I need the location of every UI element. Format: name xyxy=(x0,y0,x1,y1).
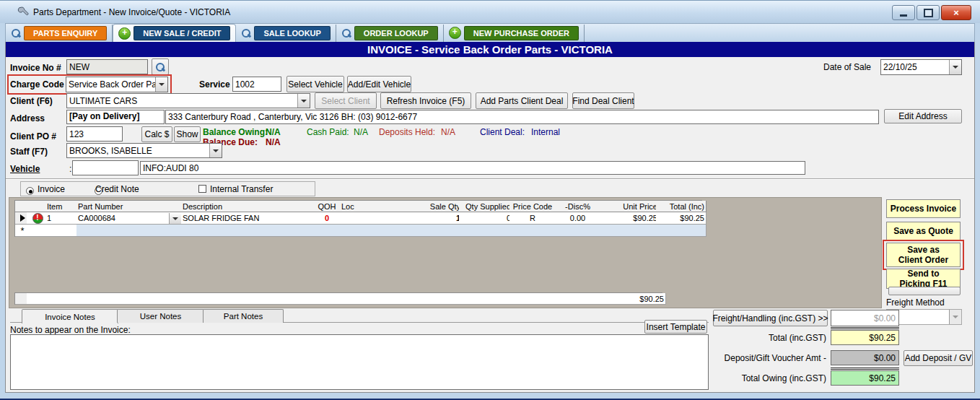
date-of-sale-value: 22/10/25 xyxy=(883,62,949,72)
chevron-down-icon[interactable] xyxy=(155,77,167,92)
tab-parts-enquiry[interactable]: PARTS ENQUIRY xyxy=(6,25,113,42)
col-unit-price[interactable]: Unit Price xyxy=(600,201,660,212)
chevron-down-icon[interactable] xyxy=(209,144,222,157)
parts-enquiry-button[interactable]: PARTS ENQUIRY xyxy=(24,26,107,40)
tab-sale-lookup[interactable]: SALE LOOKUP xyxy=(236,25,336,42)
chevron-down-icon[interactable] xyxy=(297,94,310,108)
client-po-field[interactable] xyxy=(66,126,123,142)
save-as-quote-button[interactable]: Save as Quote xyxy=(886,222,961,240)
send-to-picking-button[interactable]: Send to Picking F11 xyxy=(886,269,961,289)
insert-template-button[interactable]: Insert Template xyxy=(644,320,707,334)
new-cell-disc[interactable] xyxy=(553,225,603,237)
new-purchase-order-button[interactable]: NEW PURCHASE ORDER xyxy=(464,26,579,40)
tab-invoice-notes[interactable]: Invoice Notes xyxy=(22,309,118,323)
col-part-number[interactable]: Part Number xyxy=(76,201,185,212)
address-field[interactable] xyxy=(165,110,879,124)
col-disc[interactable]: -Disc% xyxy=(553,201,603,212)
new-cell-qty-supplied[interactable] xyxy=(459,225,513,237)
cell-description[interactable]: SOLAR FRIDGE FAN xyxy=(181,212,315,225)
process-invoice-button[interactable]: Process Invoice xyxy=(886,199,961,218)
find-deal-client-button[interactable]: Find Deal Client xyxy=(572,92,634,109)
tab-part-notes[interactable]: Part Notes xyxy=(203,309,284,323)
col-total-inc[interactable]: Total (Inc) xyxy=(656,201,706,212)
new-cell-part-number[interactable] xyxy=(76,225,185,237)
service-field[interactable] xyxy=(232,77,281,92)
add-deposit-gv-button[interactable]: Add Deposit / GV xyxy=(904,350,973,366)
vehicle-info-field[interactable] xyxy=(140,161,805,175)
col-sale-qty[interactable]: Sale Qty xyxy=(401,201,463,212)
freight-method-label: Freight Method xyxy=(886,297,945,308)
invoice-search-button[interactable] xyxy=(152,58,169,75)
col-item[interactable]: Item xyxy=(45,201,80,212)
cell-loc[interactable] xyxy=(340,212,405,225)
tab-new-purchase-order[interactable]: + NEW PURCHASE ORDER xyxy=(444,25,585,42)
col-loc[interactable]: Loc xyxy=(340,201,405,212)
new-cell-loc[interactable] xyxy=(340,225,405,237)
new-sale-credit-button[interactable]: NEW SALE / CREDIT xyxy=(134,26,230,40)
freight-amount-field[interactable]: $0.00 xyxy=(831,310,899,326)
cell-qoh[interactable]: 0 xyxy=(311,212,344,225)
invoice-radio[interactable] xyxy=(26,187,34,195)
client-dropdown[interactable]: ULTIMATE CARS xyxy=(66,93,310,108)
cell-item[interactable]: 1 xyxy=(45,212,80,225)
deposits-held-value: N/A xyxy=(441,127,455,137)
invoice-no-field[interactable] xyxy=(66,59,148,74)
totals-cell xyxy=(547,293,589,305)
cell-total-inc[interactable]: $90.25 xyxy=(656,212,706,225)
edit-address-button[interactable]: Edit Address xyxy=(884,109,962,123)
staff-dropdown[interactable]: BROOKS, ISABELLE xyxy=(66,143,222,158)
invoice-notes-textarea[interactable] xyxy=(10,334,709,390)
cell-unit-price[interactable]: $90.25 xyxy=(600,212,660,225)
col-qty-supplied[interactable]: Qty Supplied xyxy=(459,201,513,212)
minimize-button[interactable] xyxy=(892,5,915,20)
new-cell-total-inc[interactable] xyxy=(656,225,706,237)
cell-qty-supplied[interactable]: 0 xyxy=(459,212,513,225)
add-edit-vehicle-button[interactable]: Add/Edit Vehicle xyxy=(347,76,411,92)
sale-lookup-button[interactable]: SALE LOOKUP xyxy=(254,26,330,40)
client-deal-value: Internal xyxy=(531,127,560,137)
staff-label: Staff (F7) xyxy=(10,147,48,157)
calc-button[interactable]: Calc $ xyxy=(141,126,172,142)
tab-new-sale-credit[interactable]: + NEW SALE / CREDIT xyxy=(113,24,236,42)
date-of-sale-dropdown[interactable]: 22/10/25 xyxy=(880,59,962,75)
deposits-held-label: Deposits Held: xyxy=(379,127,435,137)
select-vehicle-button[interactable]: Select Vehicle xyxy=(286,76,344,92)
chevron-down-icon[interactable] xyxy=(949,60,961,74)
charge-code-dropdown[interactable]: Service Back Order Parts xyxy=(66,77,168,92)
select-client-button[interactable]: Select Client xyxy=(315,92,377,109)
new-cell-item[interactable] xyxy=(45,225,80,237)
new-row[interactable]: * xyxy=(15,225,702,237)
cell-price-code[interactable]: R xyxy=(509,212,556,225)
address-label: Address xyxy=(10,113,45,123)
part-number-dropdown-icon[interactable] xyxy=(169,213,181,224)
title-bar[interactable]: Parts Department - New Invoice/Quote - V… xyxy=(0,1,980,23)
charge-code-label: Charge Code xyxy=(10,79,64,90)
maximize-button[interactable] xyxy=(916,5,940,20)
cell-disc[interactable]: 0.00 xyxy=(553,212,603,225)
tab-order-lookup[interactable]: ORDER LOOKUP xyxy=(336,25,444,42)
grid-totals-row: $90.25 xyxy=(14,292,662,305)
freight-handling-button[interactable]: Freight/Handling (inc.GST) >> xyxy=(713,310,828,326)
show-button[interactable]: Show xyxy=(174,126,201,142)
clear-screen-button[interactable]: Clear Screen xyxy=(888,287,961,295)
internal-transfer-checkbox[interactable] xyxy=(198,185,206,193)
new-cell-unit-price[interactable] xyxy=(600,225,660,237)
new-cell-price-code[interactable] xyxy=(509,225,556,237)
add-parts-client-deal-button[interactable]: Add Parts Client Deal xyxy=(476,92,568,109)
table-row[interactable]: ! 1 CA000684 SOLAR FRIDGE FAN 0 1 0 R 0.… xyxy=(15,212,702,225)
totals-cell xyxy=(585,293,627,305)
new-cell-description[interactable] xyxy=(181,225,315,237)
new-cell-qoh[interactable] xyxy=(311,225,344,237)
refresh-invoice-button[interactable]: Refresh Invoice (F5) xyxy=(380,92,471,109)
close-button[interactable]: × xyxy=(941,5,971,20)
new-cell-sale-qty[interactable] xyxy=(401,225,463,237)
col-price-code[interactable]: Price Code xyxy=(509,201,556,212)
tab-user-notes[interactable]: User Notes xyxy=(117,309,204,323)
cell-sale-qty[interactable]: 1 xyxy=(401,212,463,225)
col-qoh[interactable]: QOH xyxy=(311,201,344,212)
col-description[interactable]: Description xyxy=(181,201,315,212)
order-lookup-button[interactable]: ORDER LOOKUP xyxy=(354,26,438,40)
vehicle-rego-field[interactable] xyxy=(72,160,139,175)
cash-paid-value: N/A xyxy=(354,127,368,137)
save-as-client-order-button[interactable]: Save as Client Order xyxy=(886,243,961,267)
